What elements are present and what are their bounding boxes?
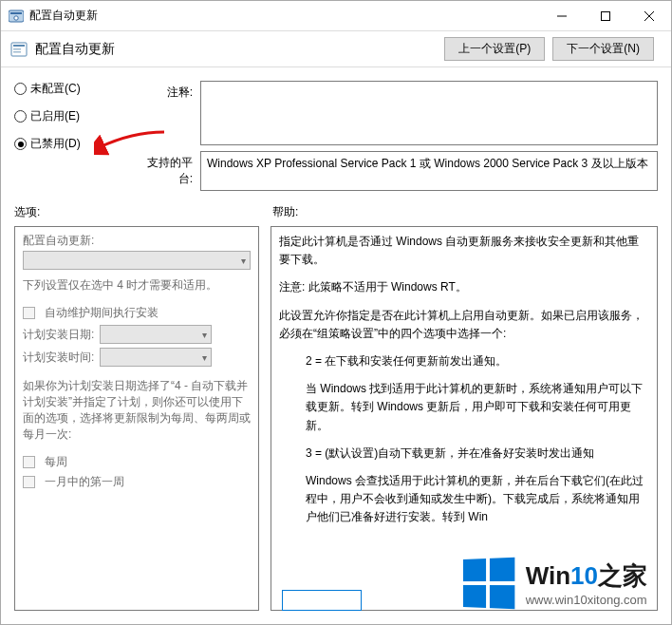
radio-disabled-label: 已禁用(D): [30, 136, 81, 152]
minimize-button[interactable]: [540, 2, 584, 30]
help-p1: 指定此计算机是否通过 Windows 自动更新服务来接收安全更新和其他重要下载。: [279, 233, 649, 269]
help-p2: 注意: 此策略不适用于 Windows RT。: [279, 278, 649, 296]
radio-not-configured[interactable]: 未配置(C): [14, 81, 121, 97]
checkbox-maintenance-label: 自动维护期间执行安装: [45, 305, 159, 321]
install-time-label: 计划安装时间:: [23, 350, 94, 366]
svg-rect-9: [13, 48, 21, 50]
panels: 配置自动更新: 下列设置仅在选中 4 时才需要和适用。 自动维护期间执行安装 计…: [1, 222, 671, 624]
option-note: 下列设置仅在选中 4 时才需要和适用。: [23, 277, 251, 294]
checkbox-maintenance[interactable]: 自动维护期间执行安装: [23, 305, 251, 321]
help-p7: Windows 会查找适用于此计算机的更新，并在后台下载它们(在此过程中，用户不…: [279, 472, 649, 527]
svg-rect-4: [602, 11, 610, 20]
page-title: 配置自动更新: [35, 41, 115, 58]
config-area: 未配置(C) 已启用(E) 已禁用(D) 注释:: [1, 67, 671, 195]
svg-rect-10: [13, 51, 21, 53]
radio-enabled[interactable]: 已启用(E): [14, 108, 121, 124]
svg-rect-8: [13, 45, 25, 47]
dialog-button[interactable]: [282, 590, 362, 611]
checkbox-first-week-label: 一月中的第一周: [45, 474, 124, 490]
option-config-label: 配置自动更新:: [23, 233, 251, 249]
window-controls: [540, 2, 671, 30]
radio-enabled-label: 已启用(E): [30, 108, 80, 124]
supported-platform-box: Windows XP Professional Service Pack 1 或…: [200, 151, 658, 191]
help-label: 帮助:: [272, 204, 298, 220]
window-title: 配置自动更新: [29, 8, 98, 24]
help-p4: 2 = 在下载和安装任何更新前发出通知。: [279, 352, 649, 370]
help-p5: 当 Windows 找到适用于此计算机的更新时，系统将通知用户可以下载更新。转到…: [279, 380, 649, 435]
previous-setting-button[interactable]: 上一个设置(P): [444, 37, 545, 61]
close-button[interactable]: [627, 2, 671, 30]
help-p3: 此设置允许你指定是否在此计算机上启用自动更新。如果已启用该服务，必须在“组策略设…: [279, 307, 649, 343]
titlebar: 配置自动更新: [1, 1, 671, 31]
svg-point-2: [14, 15, 18, 19]
checkbox-icon: [23, 476, 35, 488]
install-time-dropdown[interactable]: [100, 348, 212, 367]
help-p6: 3 = (默认设置)自动下载更新，并在准备好安装时发出通知: [279, 445, 649, 463]
config-dropdown[interactable]: [23, 251, 251, 270]
next-setting-button[interactable]: 下一个设置(N): [552, 37, 654, 61]
radio-group: 未配置(C) 已启用(E) 已禁用(D): [14, 81, 121, 191]
options-panel[interactable]: 配置自动更新: 下列设置仅在选中 4 时才需要和适用。 自动维护期间执行安装 计…: [14, 226, 259, 611]
header-row: 配置自动更新 上一个设置(P) 下一个设置(N): [1, 31, 671, 67]
app-icon: [9, 9, 24, 24]
gpedit-window: 配置自动更新 配置自动更新: [0, 0, 672, 625]
svg-rect-1: [10, 12, 22, 14]
platform-label: 支持的平台:: [136, 151, 193, 187]
checkbox-icon: [23, 307, 35, 319]
option-paragraph: 如果你为计划安装日期选择了“4 - 自动下载并计划安装”并指定了计划，则你还可以…: [23, 378, 251, 443]
comment-textarea[interactable]: [200, 81, 658, 145]
checkbox-weekly-label: 每周: [45, 454, 67, 470]
maximize-button[interactable]: [584, 2, 627, 30]
radio-disabled[interactable]: 已禁用(D): [14, 136, 121, 152]
checkbox-weekly[interactable]: 每周: [23, 454, 251, 470]
help-panel[interactable]: 指定此计算机是否通过 Windows 自动更新服务来接收安全更新和其他重要下载。…: [271, 226, 658, 611]
policy-icon: [10, 41, 28, 58]
comment-label: 注释:: [136, 81, 193, 101]
checkbox-first-week[interactable]: 一月中的第一周: [23, 474, 251, 490]
checkbox-icon: [23, 456, 35, 468]
install-date-dropdown[interactable]: [100, 325, 212, 344]
radio-not-configured-label: 未配置(C): [30, 81, 81, 97]
options-label: 选项:: [14, 204, 259, 220]
install-date-label: 计划安装日期:: [23, 327, 94, 343]
supported-platform-text: Windows XP Professional Service Pack 1 或…: [207, 157, 648, 170]
